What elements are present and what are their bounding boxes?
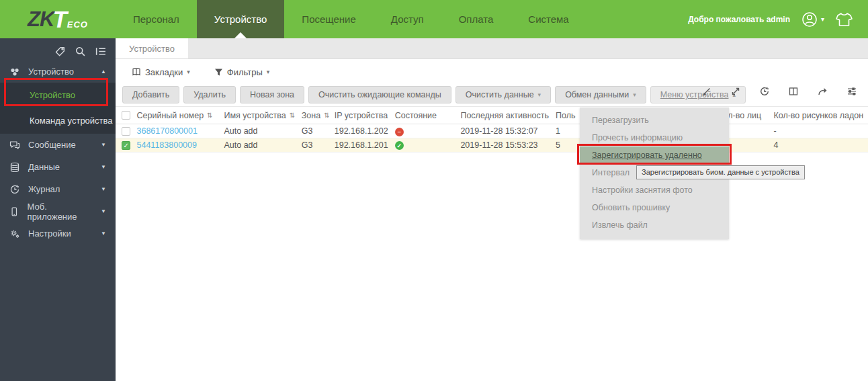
- book-icon: [132, 67, 141, 77]
- zkteco-logo[interactable]: ZKTECO: [0, 0, 116, 38]
- nav-item-device[interactable]: Устройство: [197, 0, 284, 38]
- column-header-state: Состояние: [391, 111, 457, 120]
- serial-number-link[interactable]: 3686170800001: [137, 126, 198, 136]
- welcome-text: Добро пожаловать admin: [688, 15, 790, 24]
- new-zone-button[interactable]: Новая зона: [240, 86, 304, 103]
- zone-cell: G3: [298, 140, 331, 150]
- sidebar-item-device-command[interactable]: Команда устройства: [0, 108, 116, 134]
- chevron-down-icon: ▾: [267, 69, 270, 75]
- column-header-serial[interactable]: Серийный номер⇅: [137, 111, 213, 120]
- bookmark-tag-icon[interactable]: [54, 46, 66, 57]
- clear-data-dropdown-button[interactable]: Очистить данные ▾: [455, 86, 551, 103]
- data-exchange-dropdown-button[interactable]: Обмен данными ▾: [555, 86, 646, 103]
- nav-item-personnel[interactable]: Персонал: [116, 0, 197, 38]
- nav-item-system[interactable]: Система: [511, 0, 586, 38]
- funnel-icon: [214, 68, 223, 77]
- filter-sliders-icon[interactable]: [847, 86, 857, 97]
- table-row[interactable]: ✓ 5441183800009 Auto add G3 192.168.1.20…: [116, 138, 868, 153]
- sidebar-group-message[interactable]: Сообщение ▼: [0, 134, 116, 156]
- sidebar-group-device[interactable]: Устройство ▲: [0, 60, 116, 83]
- device-table: Серийный номер⇅ Имя устройства⇅ Зона⇅ IP…: [116, 106, 868, 153]
- edit-pen-icon[interactable]: [701, 86, 712, 97]
- mobile-icon: [9, 206, 19, 217]
- bookmarks-dropdown[interactable]: Закладки ▾: [132, 67, 190, 77]
- row-checkbox[interactable]: [122, 127, 130, 136]
- expand-icon[interactable]: [730, 86, 741, 97]
- last-activity-cell: 2019-11-28 15:32:07: [456, 126, 552, 136]
- tab-device[interactable]: Устройство: [116, 38, 188, 58]
- sidebar-item-device[interactable]: Устройство: [0, 83, 116, 108]
- sidebar-group-label: Журнал: [28, 184, 60, 194]
- sidebar-group-label: Сообщение: [28, 140, 76, 150]
- menu-item-extract-file[interactable]: Извлечь файл: [580, 216, 729, 234]
- menu-item-photo-capture-settings[interactable]: Настройки заснятия фото: [580, 181, 729, 199]
- top-navbar: ZKTECO Персонал Устройство Посещение Дос…: [0, 0, 868, 38]
- columns-icon[interactable]: [788, 86, 799, 97]
- sidebar-group-label: Данные: [28, 162, 60, 172]
- status-offline-icon: [395, 128, 404, 136]
- zone-cell: G3: [298, 126, 331, 136]
- menu-item-enroll-remotely[interactable]: Зарегистрировать удаленно: [580, 146, 729, 164]
- sidebar-subpanel: Устройство Команда устройства: [0, 83, 116, 134]
- table-row[interactable]: 3686170800001 Auto add G3 192.168.1.202 …: [116, 124, 868, 138]
- tshirt-icon: [835, 11, 853, 28]
- sidebar-group-mobile-app[interactable]: Моб. приложение ▼: [0, 200, 116, 222]
- menu-list-icon[interactable]: [95, 46, 107, 57]
- ip-cell: 192.168.1.202: [331, 126, 391, 136]
- logo-text-zk: ZK: [28, 7, 54, 32]
- device-name-cell: Auto add: [220, 126, 297, 136]
- chevron-down-icon: ▼: [101, 208, 106, 214]
- filters-dropdown[interactable]: Фильтры ▾: [214, 67, 270, 77]
- tab-bar: Устройство: [116, 38, 868, 59]
- chevron-down-icon: ▾: [538, 91, 541, 98]
- select-all-checkbox[interactable]: [122, 111, 130, 120]
- chevron-down-icon: ▾: [821, 15, 824, 23]
- sort-icon[interactable]: ⇅: [207, 112, 212, 119]
- sort-icon[interactable]: ⇅: [290, 112, 295, 119]
- clear-pending-commands-button[interactable]: Очистить ожидающие команды: [308, 86, 451, 103]
- table-header-row: Серийный номер⇅ Имя устройства⇅ Зона⇅ IP…: [116, 106, 868, 124]
- history-icon[interactable]: [759, 86, 770, 97]
- row-checkbox[interactable]: ✓: [122, 141, 130, 150]
- action-toolbar: Добавить Удалить Новая зона Очистить ожи…: [116, 85, 868, 105]
- column-header-zone[interactable]: Зона⇅: [302, 111, 330, 120]
- sidebar-group-settings[interactable]: Настройки ▼: [0, 222, 116, 245]
- check-icon: ✓: [124, 142, 129, 149]
- sort-icon[interactable]: ⇅: [324, 112, 329, 119]
- delete-button[interactable]: Удалить: [183, 86, 236, 103]
- search-icon[interactable]: [75, 46, 86, 57]
- sidebar-group-log[interactable]: Журнал ▼: [0, 178, 116, 200]
- theme-switcher[interactable]: [835, 11, 853, 28]
- column-header-device-name[interactable]: Имя устройства⇅: [224, 111, 295, 120]
- sidebar-group-label: Устройство: [28, 67, 74, 77]
- ip-cell: 192.168.1.201: [331, 140, 391, 150]
- settings-icon: [9, 228, 20, 239]
- nav-item-access[interactable]: Доступ: [374, 0, 441, 38]
- nav-item-payment[interactable]: Оплата: [441, 0, 511, 38]
- serial-number-link[interactable]: 5441183800009: [137, 140, 197, 150]
- bookmarks-label: Закладки: [145, 67, 183, 77]
- nav-item-attendance[interactable]: Посещение: [284, 0, 374, 38]
- column-header-ip: IP устройства: [331, 111, 391, 120]
- chevron-down-icon: ▼: [101, 164, 106, 170]
- add-button[interactable]: Добавить: [122, 86, 179, 103]
- menu-item-read-info[interactable]: Прочесть информацию: [580, 129, 729, 146]
- main-menu: Персонал Устройство Посещение Доступ Опл…: [116, 0, 587, 38]
- sidebar-group-label: Настройки: [28, 228, 71, 239]
- last-activity-cell: 2019-11-28 15:53:23: [456, 140, 552, 150]
- chevron-down-icon: ▼: [101, 186, 106, 192]
- sidebar: Устройство ▲ Устройство Команда устройст…: [0, 38, 116, 381]
- sidebar-quick-icons: [0, 42, 116, 60]
- history-icon: [9, 184, 20, 195]
- app-window: ZKTECO Персонал Устройство Посещение Дос…: [0, 0, 868, 381]
- message-icon: [9, 140, 20, 151]
- user-menu[interactable]: ▾: [801, 11, 824, 28]
- chevron-down-icon: ▾: [187, 69, 190, 75]
- menu-item-update-firmware[interactable]: Обновить прошивку: [580, 199, 729, 216]
- menu-item-reboot[interactable]: Перезагрузить: [580, 112, 729, 129]
- share-arrow-icon[interactable]: [817, 86, 828, 97]
- main-content: Устройство Закладки ▾ Фильтры ▾ Добавить…: [116, 38, 868, 381]
- sidebar-group-data[interactable]: Данные ▼: [0, 156, 116, 178]
- tooltip: Зарегистрировать биом. данные с устройст…: [636, 165, 805, 179]
- devices-icon: [9, 67, 20, 77]
